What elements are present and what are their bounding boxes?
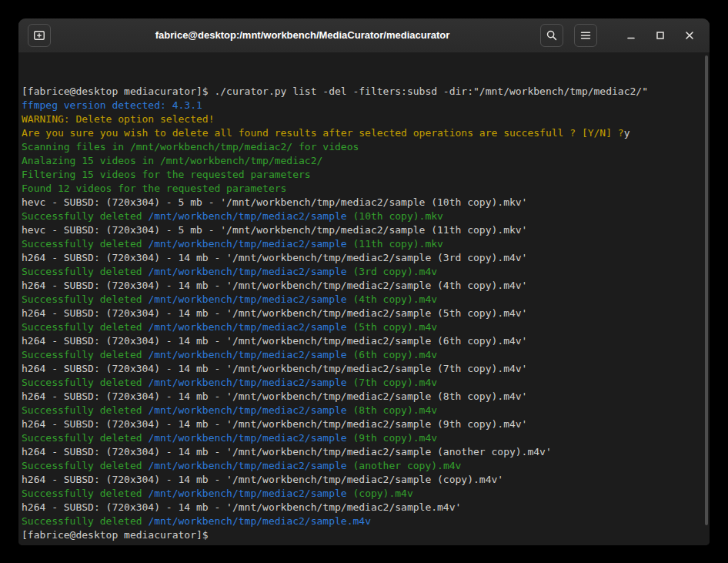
terminal-line: h264 - SUBSD: (720x304) - 14 mb - '/mnt/… <box>22 417 697 431</box>
terminal-line: h264 - SUBSD: (720x304) - 14 mb - '/mnt/… <box>22 473 697 487</box>
terminal-line: Successfully deleted /mnt/workbench/tmp/… <box>22 237 697 251</box>
terminal-line: Successfully deleted /mnt/workbench/tmp/… <box>22 209 697 223</box>
terminal-text-segment: Successfully deleted <box>22 210 148 222</box>
terminal-text-segment: [fabrice@desktop mediacurator]$ ./curato… <box>22 85 648 97</box>
new-tab-icon <box>33 29 45 42</box>
terminal-text-segment: (8th copy).m4v <box>347 404 437 416</box>
terminal-line: h264 - SUBSD: (720x304) - 14 mb - '/mnt/… <box>22 334 697 348</box>
terminal-text-segment: h264 - SUBSD: (720x304) - 14 mb - '/mnt/… <box>22 418 527 430</box>
terminal-line: Scanning files in /mnt/workbench/tmp/med… <box>22 140 697 154</box>
terminal-line: Successfully deleted /mnt/workbench/tmp/… <box>22 487 697 501</box>
terminal-line: Successfully deleted /mnt/workbench/tmp/… <box>22 514 697 528</box>
terminal-line: h264 - SUBSD: (720x304) - 14 mb - '/mnt/… <box>22 362 697 376</box>
terminal-text-segment: /mnt/workbench/tmp/mediac2/sample <box>148 432 346 444</box>
terminal-text-segment: Successfully deleted <box>22 488 148 499</box>
terminal-text-segment: Found 12 videos for the requested parame… <box>22 183 286 194</box>
terminal-text-segment: (11th copy).mkv <box>347 238 443 250</box>
terminal-text-segment: Successfully deleted <box>22 460 148 471</box>
terminal-text-segment: Successfully deleted <box>22 238 148 250</box>
terminal-line: h264 - SUBSD: (720x304) - 14 mb - '/mnt/… <box>22 390 697 404</box>
terminal-text-segment: Successfully deleted <box>22 349 148 360</box>
terminal-line: Successfully deleted /mnt/workbench/tmp/… <box>22 431 697 445</box>
terminal-line: Analazing 15 videos in /mnt/workbench/tm… <box>22 154 697 168</box>
terminal-text-segment: (10th copy).mkv <box>347 210 443 222</box>
terminal-text-segment: (another copy).m4v <box>347 460 462 471</box>
terminal-line: Successfully deleted /mnt/workbench/tmp/… <box>22 265 697 279</box>
terminal-text-segment: Successfully deleted <box>22 432 148 444</box>
terminal-text-segment: (9th copy).m4v <box>347 432 437 444</box>
terminal-text-segment: ffmpeg version detected: 4.3.1 <box>22 99 202 111</box>
scrollbar[interactable] <box>704 55 709 542</box>
terminal-text-segment: /mnt/workbench/tmp/mediac2/sample <box>148 238 346 250</box>
window-controls <box>622 26 699 45</box>
terminal-text-segment: Successfully deleted <box>22 266 148 277</box>
terminal-text-segment: (7th copy).m4v <box>347 377 437 388</box>
terminal-text-segment: /mnt/workbench/tmp/mediac2/sample <box>148 460 346 471</box>
minimize-button[interactable] <box>622 26 640 45</box>
terminal-text-segment: y <box>624 127 630 139</box>
terminal-text-segment: Successfully deleted <box>22 321 148 333</box>
terminal-line: Filtering 15 videos for the requested pa… <box>22 168 697 182</box>
terminal-text-segment: h264 - SUBSD: (720x304) - 14 mb - '/mnt/… <box>22 280 527 291</box>
new-tab-button[interactable] <box>28 24 51 47</box>
window-title: fabrice@desktop:/mnt/workbench/MediaCura… <box>88 18 517 52</box>
terminal-line: h264 - SUBSD: (720x304) - 14 mb - '/mnt/… <box>22 279 697 293</box>
terminal-line: h264 - SUBSD: (720x304) - 14 mb - '/mnt/… <box>22 501 697 514</box>
close-icon <box>683 29 696 42</box>
terminal-viewport[interactable]: [fabrice@desktop mediacurator]$ ./curato… <box>18 52 710 545</box>
terminal-text-segment: h264 - SUBSD: (720x304) - 14 mb - '/mnt/… <box>22 501 461 513</box>
close-button[interactable] <box>680 26 699 45</box>
terminal-text-segment: h264 - SUBSD: (720x304) - 14 mb - '/mnt/… <box>22 307 527 319</box>
terminal-line: Successfully deleted /mnt/workbench/tmp/… <box>22 404 697 417</box>
terminal-line: Found 12 videos for the requested parame… <box>22 182 697 196</box>
terminal-line: h264 - SUBSD: (720x304) - 14 mb - '/mnt/… <box>22 307 697 320</box>
terminal-text-segment: Are you sure you wish to delete all foun… <box>22 127 624 139</box>
terminal-text-segment: /mnt/workbench/tmp/mediac2/sample.m4v <box>148 515 371 527</box>
terminal-line: Successfully deleted /mnt/workbench/tmp/… <box>22 376 697 390</box>
headerbar[interactable]: fabrice@desktop:/mnt/workbench/MediaCura… <box>18 18 710 53</box>
terminal-text-segment: (6th copy).m4v <box>347 349 437 360</box>
terminal-text-segment: /mnt/workbench/tmp/mediac2/sample <box>148 404 346 416</box>
terminal-text-segment: (copy).m4v <box>347 488 413 499</box>
terminal-text-segment: h264 - SUBSD: (720x304) - 14 mb - '/mnt/… <box>22 446 552 457</box>
terminal-line: Successfully deleted /mnt/workbench/tmp/… <box>22 348 697 362</box>
terminal-text-segment: hevc - SUBSD: (720x304) - 5 mb - '/mnt/w… <box>22 224 527 236</box>
terminal-text-segment: /mnt/workbench/tmp/mediac2/sample <box>148 293 346 305</box>
terminal-line: Successfully deleted /mnt/workbench/tmp/… <box>22 459 697 473</box>
terminal-text-segment: /mnt/workbench/tmp/mediac2/sample <box>148 377 346 388</box>
scrollbar-thumb[interactable] <box>705 55 708 525</box>
minimize-icon <box>625 29 637 42</box>
terminal-text-segment: hevc - SUBSD: (720x304) - 5 mb - '/mnt/w… <box>22 196 527 208</box>
maximize-icon <box>654 29 666 42</box>
maximize-button[interactable] <box>651 26 670 45</box>
terminal-line: Successfully deleted /mnt/workbench/tmp/… <box>22 293 697 307</box>
terminal-text-segment: WARNING: Delete option selected! <box>22 113 214 125</box>
search-button[interactable] <box>540 24 563 47</box>
terminal-output: [fabrice@desktop mediacurator]$ ./curato… <box>22 85 697 542</box>
search-icon <box>546 29 558 42</box>
terminal-line: h264 - SUBSD: (720x304) - 14 mb - '/mnt/… <box>22 251 697 265</box>
terminal-line: Are you sure you wish to delete all foun… <box>22 126 697 140</box>
terminal-text-segment: /mnt/workbench/tmp/mediac2/sample <box>148 210 346 222</box>
terminal-line: ffmpeg version detected: 4.3.1 <box>22 99 697 112</box>
terminal-line: Successfully deleted /mnt/workbench/tmp/… <box>22 320 697 334</box>
terminal-line: [fabrice@desktop mediacurator]$ ./curato… <box>22 85 697 99</box>
terminal-text-segment: Successfully deleted <box>22 515 148 527</box>
terminal-text-segment: Successfully deleted <box>22 404 148 416</box>
terminal-text-segment: h264 - SUBSD: (720x304) - 14 mb - '/mnt/… <box>22 474 503 485</box>
terminal-text-segment: Successfully deleted <box>22 377 148 388</box>
terminal-line: [fabrice@desktop mediacurator]$ <box>22 528 697 542</box>
terminal-text-segment: Successfully deleted <box>22 293 148 305</box>
terminal-window: fabrice@desktop:/mnt/workbench/MediaCura… <box>18 18 710 545</box>
terminal-text-segment: [fabrice@desktop mediacurator]$ <box>22 529 209 541</box>
terminal-text-segment: (4th copy).m4v <box>347 293 437 305</box>
terminal-text-segment: /mnt/workbench/tmp/mediac2/sample <box>148 349 346 360</box>
hamburger-menu-icon <box>579 29 592 42</box>
terminal-text-segment: /mnt/workbench/tmp/mediac2/sample <box>148 321 346 333</box>
terminal-text-segment: (5th copy).m4v <box>347 321 437 333</box>
menu-button[interactable] <box>574 24 597 47</box>
terminal-line: hevc - SUBSD: (720x304) - 5 mb - '/mnt/w… <box>22 196 697 209</box>
terminal-line: WARNING: Delete option selected! <box>22 112 697 126</box>
terminal-text-segment: h264 - SUBSD: (720x304) - 14 mb - '/mnt/… <box>22 390 527 402</box>
terminal-text-segment: h264 - SUBSD: (720x304) - 14 mb - '/mnt/… <box>22 252 527 263</box>
